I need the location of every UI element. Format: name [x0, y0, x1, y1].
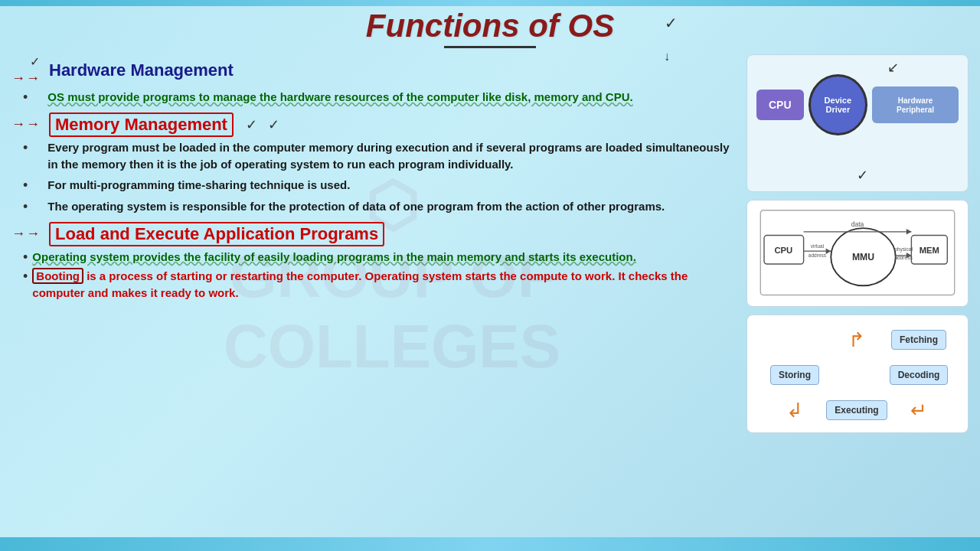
content-area: ✓ → → Hardware Management • OS must prov… [11, 54, 969, 529]
driver-label: Device Driver [818, 96, 858, 114]
storing-box: Storing [770, 365, 819, 385]
main-container: ⬡GROUP OF COLLEGES Functions of OS ✓ ↓ ✓… [0, 0, 980, 551]
check-hw-diag: ✓ [857, 167, 868, 184]
section-load-header: → → Load and Execute Application Program… [11, 222, 731, 246]
check-title: ✓ [665, 14, 678, 32]
svg-text:CPU: CPU [774, 246, 792, 255]
arrow-mm-1: → [11, 116, 25, 132]
left-content: ✓ → → Hardware Management • OS must prov… [11, 54, 735, 529]
booting-word: Booting [32, 268, 83, 284]
svg-text:virtual: virtual [811, 243, 825, 249]
svg-text:physical: physical [894, 246, 913, 253]
memory-title: Memory Management [49, 112, 234, 137]
mm-bullet-dot2: • [23, 178, 28, 196]
booting-rest: is a process of starting or restarting t… [32, 269, 688, 299]
load-bullet1-wrap: • Operating system provides the facility… [23, 249, 731, 266]
arrow-mm-2: → [26, 116, 40, 132]
section-hardware: ✓ → → Hardware Management • OS must prov… [11, 54, 731, 108]
mmu-diagram: CPU MMU MEM data virtual address [746, 200, 969, 307]
hw-bullet-dot: • [23, 90, 28, 108]
arrow-hw-2: → [26, 70, 40, 86]
cycle-grid: ↱ Fetching Storing Decoding ↲ Executing … [756, 324, 959, 423]
svg-text:MEM: MEM [920, 246, 939, 255]
driver-box: Device Driver [808, 74, 868, 135]
arrow-load-2: → [26, 226, 40, 242]
check-mm-1: ✓ [246, 116, 257, 133]
svg-text:address: address [808, 253, 827, 258]
load-bullet2-wrap: • Booting is a process of starting or re… [23, 268, 731, 302]
cycle-diagram: ↱ Fetching Storing Decoding ↲ Executing … [746, 315, 969, 433]
svg-text:data: data [851, 220, 864, 228]
executing-box: Executing [826, 400, 887, 420]
load-title: Load and Execute Application Programs [49, 222, 384, 246]
mm-bullet2-wrap: • For multi-programming time-sharing tec… [23, 177, 731, 196]
mmu-svg: CPU MMU MEM data virtual address [753, 207, 962, 300]
section-hardware-header: ✓ → → Hardware Management [11, 54, 731, 86]
section-load: → → Load and Execute Application Program… [11, 222, 731, 302]
svg-text:MMU: MMU [852, 252, 874, 262]
load-bullet1: Operating system provides the facility o… [32, 249, 636, 266]
page-title: Functions of OS [11, 8, 969, 48]
mm-bullet-dot3: • [23, 199, 28, 217]
section-memory: → → Memory Management ✓ ✓ • Every progra… [11, 112, 731, 217]
mm-bullet3: The operating system is responsible for … [47, 198, 665, 215]
hardware-title: Hardware Management [49, 60, 234, 80]
load-bullet-dot1: • [23, 249, 28, 266]
arrow-from-storing: ↲ [786, 399, 803, 422]
hw-bullet1: OS must provide programs to manage the h… [47, 89, 632, 106]
decoding-box: Decoding [890, 365, 949, 385]
hw-boxes: CPU Device Driver Hardware Peripheral [756, 74, 959, 135]
check-above-hw: ✓ [30, 54, 40, 69]
arrow-from-decoding: ↵ [910, 399, 927, 422]
cpu-box: CPU [756, 90, 804, 120]
cpu-label: CPU [769, 99, 792, 111]
fetching-box: Fetching [891, 330, 946, 350]
right-content: ↙ CPU Device Driver Hardware Peripheral … [746, 54, 969, 529]
mm-bullet-dot1: • [23, 140, 28, 175]
check-mm-2: ✓ [268, 116, 279, 133]
section-memory-header: → → Memory Management ✓ ✓ [11, 112, 731, 137]
load-bullet2: Booting is a process of starting or rest… [32, 268, 731, 302]
arrow-load-1: → [11, 226, 25, 242]
arrow-to-fetching: ↱ [848, 328, 865, 352]
mm-bullet3-wrap: • The operating system is responsible fo… [23, 198, 731, 217]
peripheral-box: Hardware Peripheral [872, 86, 959, 123]
mm-bullet1: Every program must be loaded in the comp… [47, 139, 731, 173]
hw-bullet1-wrap: • OS must provide programs to manage the… [23, 89, 731, 108]
hw-diagram: ↙ CPU Device Driver Hardware Peripheral … [746, 54, 969, 192]
mm-bullet2: For multi-programming time-sharing techn… [47, 177, 350, 194]
arrow-hw-1: → [11, 70, 25, 86]
load-bullet-dot2: • [23, 269, 28, 302]
peripheral-label: Hardware Peripheral [897, 96, 934, 114]
mm-bullet1-wrap: • Every program must be loaded in the co… [23, 139, 731, 175]
bird-arrow: ↙ [887, 59, 899, 76]
svg-text:address: address [894, 255, 913, 260]
